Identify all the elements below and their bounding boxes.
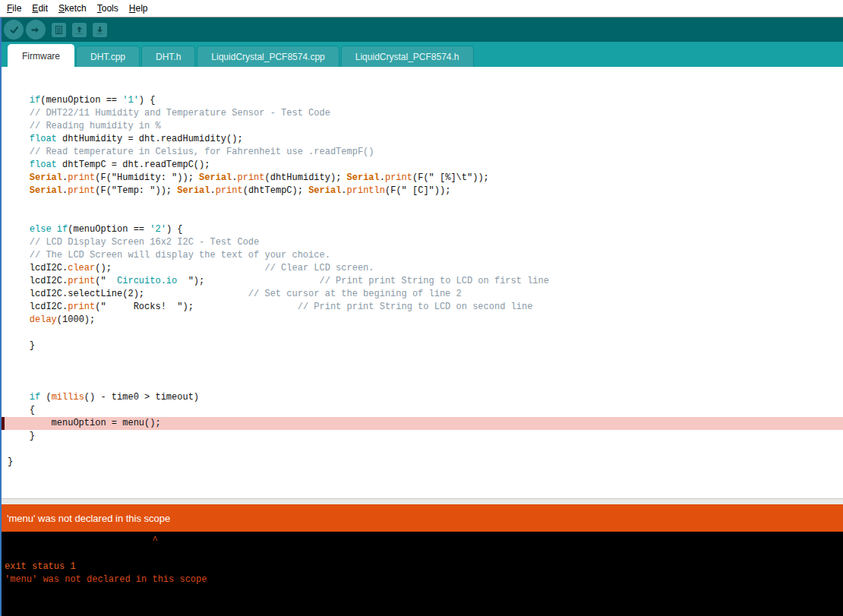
menu-help[interactable]: Help — [124, 0, 153, 17]
menu-file[interactable]: File — [2, 0, 27, 17]
arrow-up-icon — [74, 25, 84, 35]
code-line: if (millis() - time0 > timeout) — [2, 391, 843, 404]
code-line — [2, 327, 843, 340]
code-line — [2, 81, 843, 94]
error-status-bar: 'menu' was not declared in this scope — [2, 504, 843, 532]
menu-edit[interactable]: Edit — [27, 0, 53, 17]
code-line: float dhtHumidity = dht.readHumidity(); — [2, 133, 843, 146]
editor-console-divider[interactable] — [2, 498, 843, 504]
console-line — [5, 548, 843, 561]
menu-tools[interactable]: Tools — [92, 0, 124, 17]
code-line: else if(menuOption == '2') { — [2, 223, 843, 236]
upload-button[interactable] — [26, 20, 46, 39]
toolbar — [2, 17, 843, 42]
tab-dht-h[interactable]: DHT.h — [141, 46, 195, 67]
code-line: } — [2, 430, 843, 443]
check-icon — [8, 24, 20, 36]
code-line: lcdI2C.selectLine(2); // Set cursor at t… — [2, 288, 843, 301]
code-line: float dhtTempC = dht.readTempC(); — [2, 159, 843, 172]
code-line: Serial.print(F("Temp: ")); Serial.print(… — [2, 185, 843, 197]
code-line — [2, 210, 843, 223]
code-line: Serial.print(F("Humidity: ")); Serial.pr… — [2, 172, 843, 185]
code-line: lcdI2C.print(" Rocks! "); // Print print… — [2, 301, 843, 314]
document-icon — [54, 25, 64, 35]
code-line: // The LCD Screen will display the text … — [2, 249, 843, 262]
code-line: } — [2, 456, 843, 469]
code-line: // Read temperature in Celsius, for Fahr… — [2, 146, 843, 159]
code-line: if(menuOption == '1') { — [2, 94, 843, 107]
open-button[interactable] — [72, 23, 87, 37]
code-line: { — [2, 404, 843, 417]
verify-button[interactable] — [4, 20, 24, 39]
menu-bar: FileEditSketchToolsHelp — [0, 0, 843, 17]
code-line — [2, 352, 843, 365]
code-line — [2, 365, 843, 378]
code-line: lcdI2C.print(" Circuito.io "); // Print … — [2, 275, 843, 288]
code-line: // DHT22/11 Humidity and Temperature Sen… — [2, 107, 843, 120]
code-line: delay(1000); — [2, 314, 843, 327]
console-line: 'menu' was not declared in this scope — [5, 573, 843, 586]
console-line: ^ — [5, 535, 843, 548]
console-line: exit status 1 — [5, 561, 843, 573]
tab-liquidcrystal-pcf8574-h[interactable]: LiquidCrystal_PCF8574.h — [341, 46, 474, 67]
code-line: // Reading humidity in % — [2, 120, 843, 133]
code-line — [2, 378, 843, 391]
code-line: // LCD Display Screen 16x2 I2C - Test Co… — [2, 236, 843, 249]
code-line: } — [2, 340, 843, 352]
error-message: 'menu' was not declared in this scope — [7, 513, 170, 524]
error-highlighted-code-line: menuOption = menu(); — [2, 417, 843, 430]
arrow-down-icon — [95, 25, 105, 35]
code-line — [2, 68, 843, 81]
code-line: lcdI2C.clear(); // Clear LCD screen. — [2, 262, 843, 275]
arrow-right-icon — [30, 24, 42, 36]
main-area: FirmwareDHT.cppDHT.hLiquidCrystal_PCF857… — [0, 17, 843, 616]
tab-bar: FirmwareDHT.cppDHT.hLiquidCrystal_PCF857… — [2, 42, 843, 67]
code-line — [2, 197, 843, 210]
new-sketch-button[interactable] — [52, 23, 66, 37]
error-line-marker — [2, 417, 5, 430]
code-editor[interactable]: if(menuOption == '1') { // DHT22/11 Humi… — [2, 67, 843, 498]
menu-sketch[interactable]: Sketch — [53, 0, 92, 17]
tab-liquidcrystal-pcf8574-cpp[interactable]: LiquidCrystal_PCF8574.cpp — [197, 46, 339, 67]
save-button[interactable] — [93, 23, 107, 37]
code-line — [2, 443, 843, 456]
console-output[interactable]: ^ exit status 1'menu' was not declared i… — [2, 532, 843, 616]
tab-dht-cpp[interactable]: DHT.cpp — [76, 46, 140, 67]
tab-firmware[interactable]: Firmware — [8, 44, 74, 67]
